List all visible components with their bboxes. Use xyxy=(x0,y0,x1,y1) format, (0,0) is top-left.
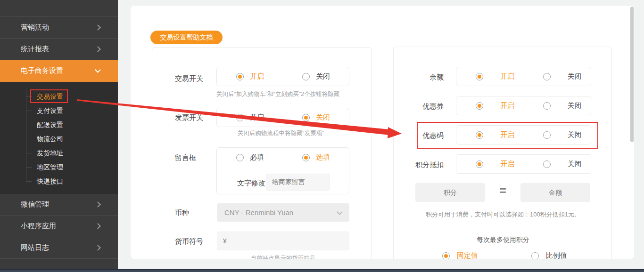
sidebar-item-wechat[interactable]: 微信管理 xyxy=(0,194,118,216)
option-label: 必填 xyxy=(250,153,264,162)
submenu-item-label: 物流公司 xyxy=(37,135,63,143)
chevron-down-icon xyxy=(95,67,101,73)
option-label: 关闭 xyxy=(568,160,582,168)
promo-code-on-option[interactable]: 开启 xyxy=(456,126,524,144)
points-deduction-label: 积分抵扣 xyxy=(401,160,444,169)
radio-off[interactable] xyxy=(543,131,551,139)
option-label: 关闭 xyxy=(316,72,330,81)
amount-value-input[interactable] xyxy=(520,183,590,202)
radio-required[interactable] xyxy=(236,154,244,161)
radio-on-selected[interactable] xyxy=(476,102,483,110)
sidebar-item-label: 电子商务设置 xyxy=(21,66,63,75)
option-label: 选填 xyxy=(316,153,330,162)
message-required-option[interactable]: 必填 xyxy=(217,148,283,167)
balance-switch-group: 开启 关闭 xyxy=(456,67,591,86)
chevron-right-icon xyxy=(95,245,101,251)
invoice-switch-label: 发票开关 xyxy=(175,113,203,122)
trade-switch-note: 关闭后“加入购物车”和“立刻购买”2个按钮将隐藏 xyxy=(216,90,339,98)
text-edit-label: 文字修改 xyxy=(237,179,265,188)
promo-code-off-option[interactable]: 关闭 xyxy=(524,126,591,144)
radio-off-selected[interactable] xyxy=(302,114,310,121)
currency-select-value: CNY - Renminbi Yuan xyxy=(224,208,293,216)
radio-off[interactable] xyxy=(543,73,551,80)
option-label: 固定值 xyxy=(457,251,478,259)
points-usage-note: 积分可用于消费，支付时可以选择如：100积分抵扣1元。 xyxy=(394,210,612,219)
radio-on[interactable] xyxy=(236,114,244,121)
radio-on-selected[interactable] xyxy=(236,73,244,80)
submenu-item-trade-settings[interactable]: 交易设置 xyxy=(0,89,118,104)
chevron-down-icon xyxy=(337,209,343,215)
max-points-ratio-option[interactable]: 比例值 xyxy=(531,251,567,259)
help-doc-button[interactable]: 交易设置帮助文档 xyxy=(150,31,223,44)
currency-label: 币种 xyxy=(175,208,189,217)
payment-options-panel: 余额 开启 关闭 优惠券 开启 关闭 xyxy=(393,47,612,259)
sidebar-item-site-logs[interactable]: 网站日志 xyxy=(0,237,118,259)
submenu-item-label: 快递接口 xyxy=(37,177,63,185)
points-value-input[interactable] xyxy=(415,183,485,202)
currency-select[interactable]: CNY - Renminbi Yuan xyxy=(217,203,349,222)
option-label: 关闭 xyxy=(316,113,330,122)
currency-symbol-note: 当前站点显示的货币符号 xyxy=(217,255,349,259)
submenu-item-label: 地区管理 xyxy=(37,163,63,171)
trade-switch-group: 开启 关闭 xyxy=(216,67,349,86)
radio-on-selected[interactable] xyxy=(476,73,483,80)
radio-off[interactable] xyxy=(302,73,310,80)
message-optional-option[interactable]: 选填 xyxy=(283,148,349,167)
option-label: 开启 xyxy=(500,130,514,139)
submenu-item-shipping-address[interactable]: 发货地址 xyxy=(0,146,118,160)
submenu-item-region-management[interactable]: 地区管理 xyxy=(0,160,118,174)
sidebar-item-label: 小程序应用 xyxy=(21,222,56,231)
coupon-off-option[interactable]: 关闭 xyxy=(524,96,591,115)
invoice-switch-off-option[interactable]: 关闭 xyxy=(283,108,349,127)
max-points-title: 每次最多使用积分 xyxy=(394,236,612,244)
option-label: 关闭 xyxy=(568,130,582,139)
balance-off-option[interactable]: 关闭 xyxy=(524,67,591,86)
trade-switch-on-option[interactable]: 开启 xyxy=(217,67,283,86)
option-label: 关闭 xyxy=(568,72,582,81)
sidebar-item-label: 微信管理 xyxy=(21,200,49,209)
balance-label: 余额 xyxy=(401,73,444,82)
submenu-item-label: 发货地址 xyxy=(37,149,63,157)
submenu-item-payment-settings[interactable]: 支付设置 xyxy=(0,104,118,118)
merchant-message-input[interactable] xyxy=(266,174,330,191)
coupon-on-option[interactable]: 开启 xyxy=(456,96,524,115)
option-label: 开启 xyxy=(250,113,264,122)
invoice-switch-group: 开启 关闭 xyxy=(216,108,349,127)
submenu-item-express-interface[interactable]: 快递接口 xyxy=(0,174,118,188)
submenu-item-label: 支付设置 xyxy=(37,107,63,114)
ecommerce-submenu: 交易设置 支付设置 配送设置 物流公司 发货地址 地区管理 快递接口 xyxy=(0,82,118,194)
trade-switch-off-option[interactable]: 关闭 xyxy=(283,67,349,86)
radio-off[interactable] xyxy=(543,102,551,110)
invoice-switch-on-option[interactable]: 开启 xyxy=(217,108,283,127)
sidebar-top-spacer xyxy=(0,0,118,17)
sidebar-item-miniprogram[interactable]: 小程序应用 xyxy=(0,216,118,237)
invoice-switch-note: 关闭后购物流程中将隐藏“发票项” xyxy=(238,129,324,137)
radio-on-selected[interactable] xyxy=(476,160,483,168)
option-label: 开启 xyxy=(500,101,514,110)
submenu-item-delivery-settings[interactable]: 配送设置 xyxy=(0,118,118,132)
radio-ratio[interactable] xyxy=(531,252,539,259)
chevron-right-icon xyxy=(95,24,101,31)
submenu-item-logistics-company[interactable]: 物流公司 xyxy=(0,132,118,146)
promo-code-switch-group: 开启 关闭 xyxy=(456,125,591,144)
equals-sign: = xyxy=(485,184,520,198)
radio-on-selected[interactable] xyxy=(476,131,483,139)
max-points-fixed-option[interactable]: 固定值 xyxy=(442,251,478,259)
scrollbar-thumb[interactable] xyxy=(630,7,634,142)
message-box-label: 留言框 xyxy=(175,153,196,162)
points-off-option[interactable]: 关闭 xyxy=(524,155,591,173)
points-on-option[interactable]: 开启 xyxy=(456,155,524,173)
sidebar-item-ecommerce-settings[interactable]: 电子商务设置 xyxy=(0,60,118,82)
submenu-item-label: 交易设置 xyxy=(37,93,63,100)
sidebar: 营销活动 统计报表 电子商务设置 交易设置 支付设置 配送设置 物流公司 xyxy=(0,0,118,269)
balance-on-option[interactable]: 开启 xyxy=(456,67,524,86)
coupon-switch-group: 开启 关闭 xyxy=(456,96,591,115)
sidebar-item-reports[interactable]: 统计报表 xyxy=(0,39,118,60)
coupon-label: 优惠券 xyxy=(401,102,444,111)
radio-off[interactable] xyxy=(543,160,551,168)
option-label: 比例值 xyxy=(546,251,567,259)
radio-fixed-selected[interactable] xyxy=(442,252,450,259)
radio-optional-selected[interactable] xyxy=(302,154,310,161)
sidebar-item-marketing[interactable]: 营销活动 xyxy=(0,17,118,39)
currency-symbol-input[interactable] xyxy=(217,232,349,250)
